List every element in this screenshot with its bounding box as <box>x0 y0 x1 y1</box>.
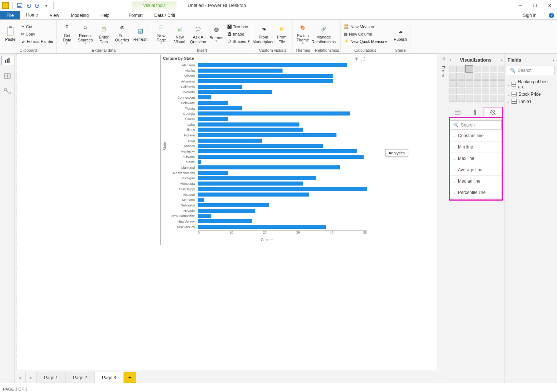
viz-type-26[interactable] <box>490 88 497 94</box>
page-tab-3[interactable]: Page 3 <box>95 372 124 383</box>
fields-tab-button[interactable] <box>449 107 466 118</box>
new-measure-button[interactable]: 🧮New Measure <box>342 23 388 30</box>
focus-mode-icon[interactable]: ⛶ <box>360 56 365 62</box>
bar-california[interactable] <box>198 85 242 89</box>
format-painter-button[interactable]: 🖌Format Painter <box>20 38 55 45</box>
report-canvas[interactable]: ⧩ ⛶ ⋯ Culture by State State AlabamaAlas… <box>16 54 437 370</box>
recent-sources-button[interactable]: 🗂Recent Sources▾ <box>77 21 94 47</box>
bar-louisiana[interactable] <box>198 155 364 159</box>
more-options-icon[interactable]: ⋯ <box>367 56 371 62</box>
bar-maryland[interactable] <box>198 165 340 169</box>
redo-icon[interactable] <box>34 2 41 9</box>
viz-type-30[interactable] <box>466 95 473 102</box>
viz-type-5[interactable] <box>490 66 497 72</box>
viz-type-32[interactable] <box>482 95 489 102</box>
data-view-button[interactable] <box>1 71 14 81</box>
tab-format[interactable]: Format <box>123 11 149 19</box>
collapse-ribbon-icon[interactable]: ˄ <box>543 13 545 18</box>
close-button[interactable]: ✕ <box>542 0 557 11</box>
filter-icon[interactable]: ⧩ <box>354 56 358 62</box>
bar-missouri[interactable] <box>198 193 309 197</box>
viz-type-10[interactable] <box>474 73 481 80</box>
tab-help[interactable]: Help <box>95 11 116 19</box>
fields-search-input[interactable]: 🔍Search <box>507 66 555 75</box>
bar-new-jersey[interactable] <box>198 219 252 223</box>
analytics-item-max-line[interactable]: ⌄Max line <box>450 153 502 164</box>
field-table-0[interactable]: ⌄Ranking of best an... <box>507 78 555 91</box>
bar-new-hampshire[interactable] <box>198 214 211 218</box>
tab-modeling[interactable]: Modeling <box>65 11 95 19</box>
report-view-button[interactable] <box>1 56 14 65</box>
new-visual-button[interactable]: 📊New Visual <box>171 22 189 45</box>
viz-type-31[interactable] <box>474 95 481 102</box>
viz-type-9[interactable] <box>466 73 473 80</box>
bar-iowa[interactable] <box>198 139 262 143</box>
switch-theme-button[interactable]: 🎨Switch Theme▾ <box>294 21 312 47</box>
bar-new-mexico[interactable] <box>198 225 326 229</box>
viz-type-15[interactable] <box>458 80 465 87</box>
page-tab-1[interactable]: Page 1 <box>37 372 66 383</box>
viz-type-3[interactable] <box>474 66 481 72</box>
bar-massachusetts[interactable] <box>198 171 228 175</box>
edit-queries-button[interactable]: 🛠Edit Queries▾ <box>113 21 131 47</box>
viz-type-21[interactable] <box>449 88 457 94</box>
textbox-button[interactable]: 🅰Text box <box>226 23 251 30</box>
tab-datadrill[interactable]: Data / Drill <box>149 11 181 19</box>
bar-arizona[interactable] <box>198 74 333 78</box>
field-table-2[interactable]: ⌄Table1 <box>507 98 555 105</box>
bar-connecticut[interactable] <box>198 95 211 99</box>
viz-type-33[interactable] <box>490 95 497 102</box>
analytics-item-percentile-line[interactable]: ⌄Percentile line <box>450 187 502 198</box>
bar-indiana[interactable] <box>198 133 336 137</box>
copy-button[interactable]: ⧉Copy <box>20 30 55 38</box>
bar-arkansas[interactable] <box>198 79 333 83</box>
viz-type-1[interactable] <box>458 66 465 72</box>
from-file-button[interactable]: 📁From File <box>273 22 291 45</box>
new-column-button[interactable]: ▥New Column <box>342 30 388 38</box>
viz-type-25[interactable] <box>482 88 489 94</box>
tab-file[interactable]: File <box>0 11 20 19</box>
bar-delaware[interactable] <box>198 101 228 105</box>
bar-minnesota[interactable] <box>198 182 303 186</box>
bar-alaska[interactable] <box>198 69 283 73</box>
refresh-button[interactable]: 🔄Refresh <box>132 25 149 43</box>
analytics-tab-button[interactable] <box>484 107 503 118</box>
viz-type-17[interactable] <box>474 80 481 87</box>
viz-type-28[interactable] <box>449 95 457 102</box>
image-button[interactable]: 🖼Image <box>226 30 251 38</box>
bar-nebraska[interactable] <box>198 203 269 207</box>
analytics-item-constant-line[interactable]: ⌄Constant line <box>450 130 502 141</box>
viz-type-8[interactable] <box>458 73 465 80</box>
new-quick-measure-button[interactable]: ⚡New Quick Measure <box>342 38 388 45</box>
bar-illinois[interactable] <box>198 128 303 132</box>
from-marketplace-button[interactable]: 🛍From Marketplace <box>255 22 272 45</box>
tab-view[interactable]: View <box>44 11 65 19</box>
viz-type-12[interactable] <box>490 73 497 80</box>
viz-type-19[interactable] <box>490 80 497 87</box>
bar-alabama[interactable] <box>198 63 347 67</box>
bar-colorado[interactable] <box>198 90 272 94</box>
bar-nevada[interactable] <box>198 209 255 213</box>
page-prev-button[interactable]: ◄ <box>15 372 26 383</box>
manage-relationships-button[interactable]: 🔗Manage Relationships <box>315 22 332 45</box>
analytics-item-average-line[interactable]: ⌄Average line <box>450 164 502 175</box>
viz-type-0[interactable] <box>449 66 457 72</box>
bar-montana[interactable] <box>198 198 204 202</box>
cut-button[interactable]: ✂Cut <box>20 23 55 30</box>
get-data-button[interactable]: 🗄Get Data▾ <box>58 21 76 47</box>
chart-visual[interactable]: ⧩ ⛶ ⋯ Culture by State State AlabamaAlas… <box>160 55 373 245</box>
tab-home[interactable]: Home <box>20 11 44 19</box>
bar-kansas[interactable] <box>198 144 323 148</box>
bar-hawaii[interactable] <box>198 117 228 121</box>
bar-maine[interactable] <box>198 160 201 164</box>
paste-button[interactable]: Paste <box>1 25 19 43</box>
page-tab-2[interactable]: Page 2 <box>66 372 95 383</box>
bar-idaho[interactable] <box>198 122 299 127</box>
viz-type-4[interactable] <box>482 66 489 72</box>
maximize-button[interactable]: ☐ <box>528 0 542 11</box>
viz-type-14[interactable] <box>449 80 457 87</box>
viz-type-16[interactable] <box>466 80 473 87</box>
field-table-1[interactable]: ⌄Stock Price <box>507 91 555 98</box>
expand-filters-icon[interactable]: ◁ <box>441 56 445 61</box>
viz-type-2[interactable] <box>466 66 473 72</box>
